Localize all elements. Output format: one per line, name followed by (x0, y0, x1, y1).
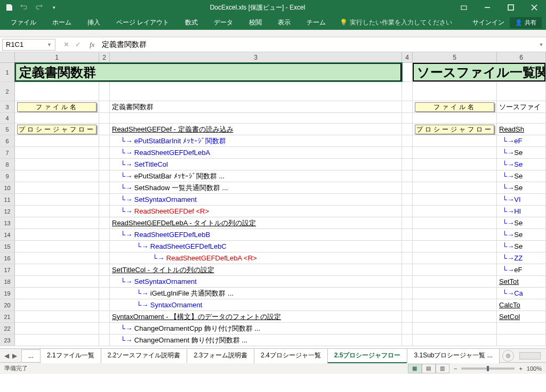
row-header[interactable]: 8 (0, 159, 15, 170)
cancel-formula-icon[interactable]: ✕ (61, 40, 71, 48)
cell[interactable] (402, 264, 413, 275)
sheet-tab-ellipsis[interactable]: ... (21, 349, 41, 362)
cell[interactable] (15, 206, 99, 217)
tab-home[interactable]: ホーム (46, 15, 78, 30)
cell[interactable]: └→ iGetLgIniFile 共通関数群 ... (110, 288, 402, 299)
cell[interactable]: └→ Se (497, 147, 546, 158)
cell[interactable] (99, 135, 110, 146)
row-header[interactable]: 20 (0, 299, 15, 311)
cell[interactable]: プロシージャフロー (15, 124, 99, 135)
cell[interactable]: └→ SetSyntaxOrnament (110, 194, 402, 205)
col-header[interactable]: 1 (15, 52, 99, 62)
cell[interactable] (99, 288, 110, 299)
cell[interactable] (99, 101, 110, 112)
close-icon[interactable] (523, 0, 546, 15)
row-header[interactable]: 17 (0, 264, 15, 275)
cell[interactable]: ReadSh (497, 124, 546, 135)
cell[interactable]: └→ SyntaxOrnament (110, 299, 402, 311)
col-header[interactable]: 3 (110, 52, 402, 62)
cell[interactable]: └→ Ca (497, 288, 546, 299)
cell[interactable]: └→ ChangeOrnament 飾り付け関数群 ... (110, 334, 402, 346)
cell[interactable] (402, 182, 413, 193)
sheet-tab[interactable]: 2.5プロシージャフロー (327, 348, 408, 363)
cell[interactable] (99, 299, 110, 311)
cell[interactable] (15, 113, 99, 123)
cell[interactable]: └→ Se (497, 217, 546, 228)
cell[interactable] (413, 182, 497, 193)
qat-customize-icon[interactable]: ▾ (47, 1, 61, 14)
cell[interactable] (402, 135, 413, 146)
sheet-tab[interactable]: 2.4プロシージャ一覧 (254, 348, 328, 363)
cell[interactable] (15, 264, 99, 275)
cell[interactable] (15, 252, 99, 264)
save-icon[interactable] (2, 1, 16, 14)
tab-formulas[interactable]: 数式 (179, 15, 204, 30)
row-header[interactable]: 6 (0, 135, 15, 146)
cell[interactable] (99, 264, 110, 275)
cell[interactable] (402, 113, 413, 123)
cell[interactable] (99, 170, 110, 182)
cell[interactable] (402, 147, 413, 158)
enter-formula-icon[interactable]: ✓ (73, 40, 83, 48)
tab-insert[interactable]: 挿入 (81, 15, 107, 30)
cell[interactable] (413, 229, 497, 240)
cell[interactable] (402, 311, 413, 322)
cell[interactable] (99, 147, 110, 158)
row-header[interactable]: 22 (0, 323, 15, 334)
cell[interactable]: └→ SetTitleCol (110, 159, 402, 170)
zoom-out-icon[interactable]: − (454, 365, 457, 372)
cell[interactable] (110, 82, 402, 101)
cell[interactable] (413, 82, 497, 101)
redo-icon[interactable] (32, 1, 46, 14)
cell[interactable] (497, 323, 546, 334)
cell[interactable] (402, 159, 413, 170)
cell[interactable]: ソースファイ (497, 101, 546, 112)
cell[interactable] (402, 252, 413, 264)
cell[interactable] (402, 334, 413, 346)
cell[interactable] (402, 288, 413, 299)
cell[interactable]: └→ ChangeOrnamentCpp 飾り付け関数群 ... (110, 323, 402, 334)
row-header[interactable]: 3 (0, 101, 15, 112)
cell[interactable] (413, 135, 497, 146)
col-header[interactable]: 6 (497, 52, 546, 62)
cell[interactable]: └→ ReadSheetGEFDefLebB (110, 229, 402, 240)
cell[interactable] (99, 276, 110, 287)
row-header[interactable]: 23 (0, 334, 15, 346)
cell[interactable]: └→ SetSyntaxOrnament (110, 276, 402, 287)
tell-me-search[interactable]: 💡 実行したい作業を入力してください (340, 18, 452, 27)
cell[interactable]: └→ ReadSheetGEFDefLebA (110, 147, 402, 158)
view-pagebreak-icon[interactable]: ▥ (436, 364, 449, 373)
cell[interactable] (99, 334, 110, 346)
undo-icon[interactable] (17, 1, 31, 14)
expand-formula-icon[interactable]: ▼ (536, 42, 546, 47)
cell[interactable] (402, 82, 413, 101)
cell[interactable] (15, 288, 99, 299)
cell[interactable] (15, 323, 99, 334)
cell[interactable]: └→ ePutStatBar ﾒｯｾｰｼﾞ関数群 ... (110, 170, 402, 182)
cell[interactable]: プロシージャフロー (413, 124, 497, 135)
cell[interactable] (413, 147, 497, 158)
cell[interactable]: └→ ePutStatBarInit ﾒｯｾｰｼﾞ関数群 (110, 135, 402, 146)
row-header[interactable]: 5 (0, 124, 15, 135)
col-header[interactable]: 2 (99, 52, 110, 62)
row-header[interactable]: 7 (0, 147, 15, 158)
share-button[interactable]: 👤 共有 (510, 17, 542, 28)
cell[interactable] (402, 299, 413, 311)
cell[interactable] (15, 229, 99, 240)
cell[interactable]: └→ SetShadow 一覧共通関数群 ... (110, 182, 402, 193)
cell[interactable] (15, 147, 99, 158)
cell[interactable] (99, 311, 110, 322)
cell[interactable] (99, 182, 110, 193)
cell[interactable] (402, 63, 413, 81)
cell[interactable]: 定義書関数群 (15, 63, 402, 81)
sheet-tab[interactable]: 2.1ファイル一覧 (40, 348, 101, 363)
row-header[interactable]: 11 (0, 194, 15, 205)
minimize-icon[interactable] (476, 0, 499, 15)
row-header[interactable]: 19 (0, 288, 15, 299)
cell[interactable] (413, 170, 497, 182)
cell[interactable] (413, 113, 497, 123)
cell[interactable]: ファイル名 (15, 101, 99, 112)
signin-link[interactable]: サインイン (472, 18, 504, 27)
row-header[interactable]: 16 (0, 252, 15, 264)
col-header[interactable]: 5 (413, 52, 497, 62)
